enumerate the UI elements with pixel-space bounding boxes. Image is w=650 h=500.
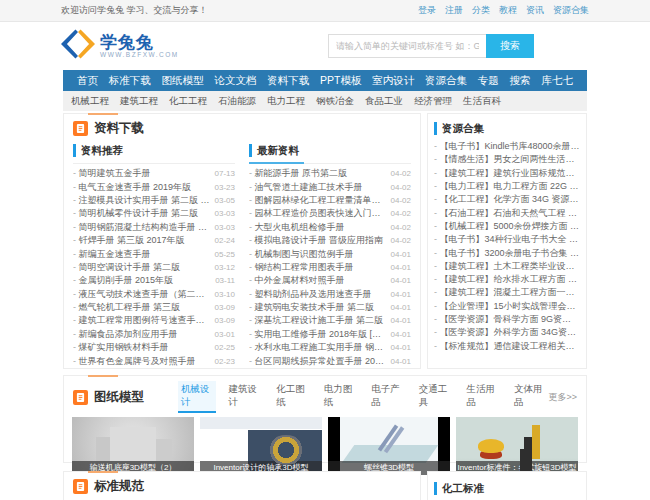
list-item[interactable]: 大型火电机组检修手册04-02 (249, 221, 411, 234)
item-title[interactable]: 【医学资源】外科学方面 34G资源合集 [独家精 (434, 326, 580, 339)
item-title[interactable]: 新能源手册 原书第二版 (249, 167, 387, 180)
subnav-item[interactable]: 石油能源 (218, 95, 256, 108)
nav-item[interactable]: 库七七 (537, 74, 577, 88)
item-title[interactable]: 新编五金速查手册 (73, 248, 211, 261)
item-title[interactable]: 钎焊手册 第三版 2017年版 (73, 234, 211, 247)
item-title[interactable]: 【标准规范】通信建设工程相关标准合集 已分 (434, 340, 580, 353)
list-item[interactable]: 【建筑工程】混凝土工程方面一万二千余份 (434, 286, 580, 299)
list-item[interactable]: 台区同期线损异常处置手册 2018年版04-01 (249, 354, 411, 367)
search-input[interactable] (328, 34, 486, 58)
list-item[interactable]: 建筑弱电安装技术手册 第二版04-01 (249, 301, 411, 314)
subnav-item[interactable]: 电力工程 (267, 95, 305, 108)
list-item[interactable]: 简明空调设计手册 第二版03-12 (73, 261, 235, 274)
subnav-item[interactable]: 经济管理 (414, 95, 452, 108)
item-title[interactable]: 模拟电路设计手册 晋级应用指南 (249, 234, 387, 247)
item-title[interactable]: 【企业管理】15小时实战管理会计视频 10G 资 (434, 300, 580, 313)
list-item[interactable]: 【机械工程】5000余份焊接方面 9G资源合集 (434, 220, 580, 233)
list-item[interactable]: 钢结构工程常用图表手册04-01 (249, 261, 411, 274)
item-title[interactable]: 钢结构工程常用图表手册 (249, 261, 387, 274)
list-item[interactable]: 世界有色金属牌号及对照手册02-23 (73, 354, 235, 367)
list-item[interactable]: 简明建筑五金手册07-13 (73, 167, 235, 180)
list-item[interactable]: 【企业管理】15小时实战管理会计视频 10G 资 (434, 300, 580, 313)
utility-link[interactable]: 分类 (472, 4, 490, 17)
list-item[interactable]: 【石油工程】石油和天然气工程 21.7G资源合 (434, 206, 580, 219)
item-title[interactable]: 【电子书】3200余册电子书合集 适合手机+电 (434, 247, 580, 260)
model-card[interactable]: 螺丝锥3D模型 (328, 417, 450, 475)
utility-link[interactable]: 资源合集 (553, 4, 589, 17)
subnav-item[interactable]: 化工工程 (169, 95, 207, 108)
utility-link[interactable]: 注册 (445, 4, 463, 17)
item-title[interactable]: 燃气轮机工程手册 第三版 (73, 301, 211, 314)
nav-item[interactable]: 室内设计 (368, 74, 418, 88)
item-title[interactable]: 世界有色金属牌号及对照手册 (73, 355, 211, 368)
list-item[interactable]: 新能源手册 原书第二版04-02 (249, 167, 411, 180)
drawings-tab[interactable]: 化工图纸 (273, 381, 311, 413)
drawings-tab[interactable]: 交通工具 (416, 381, 454, 413)
list-item[interactable]: 实用电工维修手册 2018年版 [张军 著]04-01 (249, 328, 411, 341)
item-title[interactable]: 简明建筑五金手册 (73, 167, 211, 180)
model-card[interactable]: 输送机底座3D模型（2） (72, 417, 194, 475)
list-item[interactable]: 简明钢筋混凝土结构构造手册 第五版03-03 (73, 221, 235, 234)
item-title[interactable]: 【石油工程】石油和天然气工程 21.7G资源合 (434, 207, 580, 220)
nav-item[interactable]: 资料下载 (263, 74, 313, 88)
utility-link[interactable]: 登录 (418, 4, 436, 17)
item-title[interactable]: 【机械工程】5000余份焊接方面 9G资源合集 (434, 220, 580, 233)
list-item[interactable]: 【标准规范】通信建设工程相关标准合集 已分 (434, 339, 580, 352)
subnav-item[interactable]: 建筑工程 (120, 95, 158, 108)
list-item[interactable]: 园林工程造价员图表快速入门手册04-02 (249, 207, 411, 220)
item-title[interactable]: 建筑弱电安装技术手册 第二版 (249, 301, 387, 314)
model-card[interactable]: Inventor标准件：各式旋钮3D模型 (456, 417, 578, 475)
drawings-tab[interactable]: 机械设计 (178, 381, 216, 413)
list-item[interactable]: 中外金属材料对照手册04-01 (249, 274, 411, 287)
item-title[interactable]: 【建筑工程】建筑行业国标规范图集大全 7.2G (434, 167, 580, 180)
list-item[interactable]: 钎焊手册 第三版 2017年版02-24 (73, 234, 235, 247)
list-item[interactable]: 【电子书】3200余册电子书合集 适合手机+电 (434, 246, 580, 259)
list-item[interactable]: 电气五金速查手册 2019年版03-23 (73, 180, 235, 193)
item-title[interactable]: 【建筑工程】混凝土工程方面一万二千余份 (434, 286, 580, 299)
list-item[interactable]: 燃气轮机工程手册 第三版03-09 (73, 301, 235, 314)
item-title[interactable]: 园林工程造价员图表快速入门手册 (249, 207, 387, 220)
list-item[interactable]: 简明机械零件设计手册 第二版03-03 (73, 207, 235, 220)
utility-link[interactable]: 教程 (499, 4, 517, 17)
subnav-item[interactable]: 食品工业 (365, 95, 403, 108)
item-title[interactable]: 塑料助剂品种及选用速查手册 (249, 288, 387, 301)
item-title[interactable]: 【医学资源】骨科学方面 9G资源合集 [独家精 (434, 313, 580, 326)
search-button[interactable]: 搜索 (486, 34, 534, 58)
item-title[interactable]: 建筑工程常用图例符号速查手册 第二版 (73, 314, 211, 327)
item-title[interactable]: 简明空调设计手册 第二版 (73, 261, 211, 274)
item-title[interactable]: 【电子书】Kindle书库48000余册TXT合集 [精 (434, 140, 580, 153)
item-title[interactable]: 水利水电工程施工实用手册 钢筋工程施工 (249, 341, 387, 354)
list-item[interactable]: 【情感生活】男女之间两性生活资源合集 共 (434, 153, 580, 166)
list-item[interactable]: 图解园林绿化工程工程量清单计算手册 第二04-02 (249, 194, 411, 207)
list-item[interactable]: 新编食品添加剂应用手册03-01 (73, 328, 235, 341)
item-title[interactable]: 液压气动技术速查手册（第二版） (73, 288, 211, 301)
nav-item[interactable]: 搜索 (506, 74, 535, 88)
item-title[interactable]: 深基坑工程设计施工手册 第二版 (249, 314, 387, 327)
drawings-tab[interactable]: 电子产品 (368, 381, 406, 413)
list-item[interactable]: 【建筑工程】建筑行业国标规范图集大全 7.2G (434, 167, 580, 180)
nav-item[interactable]: 标准下载 (105, 74, 155, 88)
list-item[interactable]: 注塑模具设计实用手册 第二版 2019年版03-05 (73, 194, 235, 207)
drawings-tab[interactable]: 建筑设计 (226, 381, 264, 413)
list-item[interactable]: 新编五金速查手册05-25 (73, 247, 235, 260)
list-item[interactable]: 【化工工程】化学方面 34G 资源合集 [独家精 (434, 193, 580, 206)
item-title[interactable]: 电气五金速查手册 2019年版 (73, 181, 211, 194)
subnav-item[interactable]: 钢铁冶金 (316, 95, 354, 108)
item-title[interactable]: 【电力工程】电力工程方面 22G 资料集 [精华 (434, 180, 580, 193)
list-item[interactable]: 【医学资源】外科学方面 34G资源合集 [独家精 (434, 326, 580, 339)
item-title[interactable]: 【电子书】34种行业电子书大全 1617本 适合 (434, 233, 580, 246)
list-item[interactable]: 【电子书】Kindle书库48000余册TXT合集 [精 (434, 140, 580, 153)
list-item[interactable]: 水利水电工程施工实用手册 钢筋工程施工04-01 (249, 341, 411, 354)
list-item[interactable]: 机械制图与识图范例手册04-01 (249, 247, 411, 260)
list-item[interactable]: 煤矿实用钢铁材料手册02-25 (73, 341, 235, 354)
item-title[interactable]: 注塑模具设计实用手册 第二版 2019年版 (73, 194, 211, 207)
list-item[interactable]: 【电子书】34种行业电子书大全 1617本 适合 (434, 233, 580, 246)
nav-item[interactable]: 图纸模型 (158, 74, 208, 88)
list-item[interactable]: 【建筑工程】给水排水工程方面 12G 资料资源 (434, 273, 580, 286)
item-title[interactable]: 煤矿实用钢铁材料手册 (73, 341, 211, 354)
list-item[interactable]: 液压气动技术速查手册（第二版）03-10 (73, 288, 235, 301)
item-title[interactable]: 【情感生活】男女之间两性生活资源合集 共 (434, 153, 580, 166)
nav-item[interactable]: PPT模板 (316, 74, 365, 88)
more-link[interactable]: 更多>> (548, 391, 577, 404)
subnav-item[interactable]: 生活百科 (463, 95, 501, 108)
